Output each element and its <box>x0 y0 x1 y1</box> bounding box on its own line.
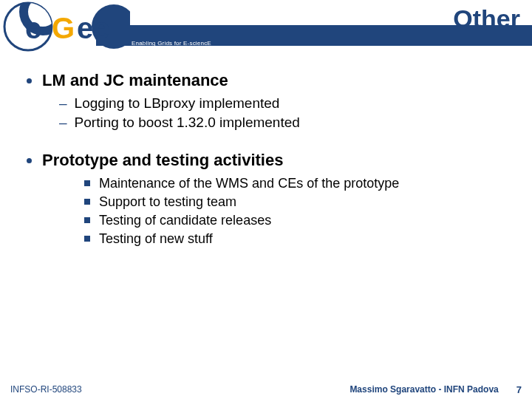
slide-footer: INFSO-RI-508833 Massimo Sgaravatto - INF… <box>0 380 532 399</box>
logo-letter-e: e <box>25 12 41 44</box>
square-item-text: Support to testing team <box>99 193 236 211</box>
square-bullet-icon <box>84 180 90 186</box>
square-item: Maintenance of the WMS and CEs of the pr… <box>84 174 511 193</box>
bullet-dot-icon <box>27 78 32 83</box>
logo-letter-g: G <box>52 12 75 44</box>
square-item: Support to testing team <box>84 193 511 211</box>
egee-logo: e G ee <box>3 1 130 52</box>
page-number: 7 <box>516 384 522 395</box>
slide-content: LM and JC maintenance – Logging to LBpro… <box>0 53 532 248</box>
bullet-item: LM and JC maintenance <box>27 71 511 90</box>
square-item-text: Testing of new stuff <box>99 230 213 248</box>
logo-letters-ee: ee <box>77 12 110 44</box>
header-tagline: Enabling Grids for E-sciencE <box>132 40 211 47</box>
bullet-heading: LM and JC maintenance <box>42 71 228 90</box>
square-bullet-icon <box>84 199 90 205</box>
square-item: Testing of candidate releases <box>84 211 511 230</box>
slide-title: Other <box>453 4 520 33</box>
square-bullet-icon <box>84 217 90 223</box>
dash-icon: – <box>59 95 67 112</box>
square-item: Testing of new stuff <box>84 230 511 248</box>
sub-list: – Logging to LBproxy implemented – Porti… <box>59 95 511 132</box>
square-item-text: Testing of candidate releases <box>99 211 271 230</box>
slide-header: e G ee Enabling Grids for E-sciencE Othe… <box>0 0 532 53</box>
bullet-item: Prototype and testing activities <box>27 151 511 170</box>
square-item-text: Maintenance of the WMS and CEs of the pr… <box>99 174 399 193</box>
footer-right-text: Massimo Sgaravatto - INFN Padova <box>349 384 498 395</box>
sub-item: – Logging to LBproxy implemented <box>59 95 511 112</box>
square-list: Maintenance of the WMS and CEs of the pr… <box>84 174 511 248</box>
sub-item: – Porting to boost 1.32.0 implemented <box>59 114 511 132</box>
dash-icon: – <box>59 114 67 132</box>
bullet-heading: Prototype and testing activities <box>42 151 283 170</box>
sub-item-text: Logging to LBproxy implemented <box>75 95 280 112</box>
square-bullet-icon <box>84 236 90 242</box>
footer-left-text: INFSO-RI-508833 <box>10 384 82 395</box>
bullet-dot-icon <box>27 158 32 163</box>
sub-item-text: Porting to boost 1.32.0 implemented <box>75 114 300 132</box>
